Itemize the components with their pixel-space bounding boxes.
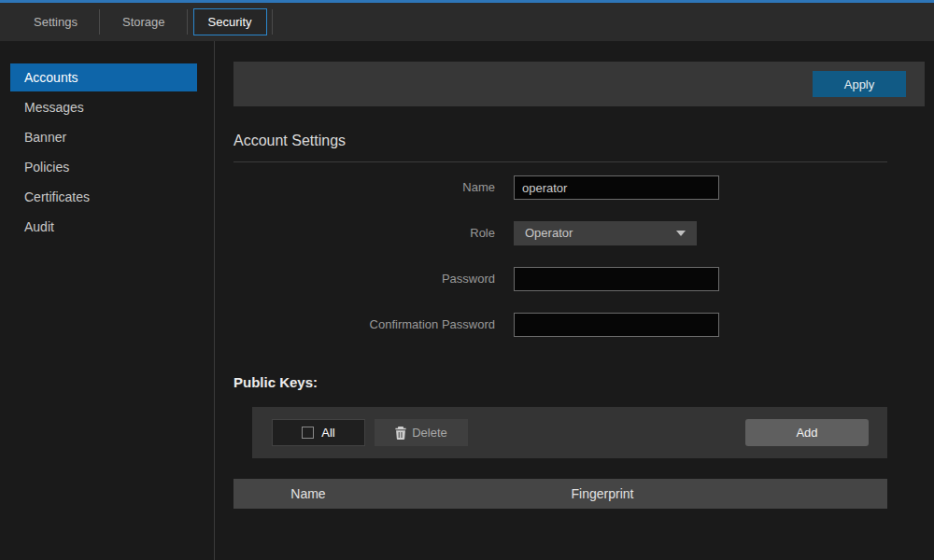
sidebar-item-certificates[interactable]: Certificates (10, 183, 197, 211)
main-content: Apply Account Settings Name Role Operato… (215, 41, 934, 560)
select-all-button[interactable]: All (272, 419, 365, 446)
public-keys-table-header: Name Fingerprint (234, 479, 887, 509)
confirmation-password-row: Confirmation Password (234, 313, 887, 337)
public-keys-toolbar: All Delete Add (252, 407, 887, 458)
tab-settings[interactable]: Settings (11, 3, 100, 41)
role-row: Role Operator (234, 221, 887, 245)
role-selected-value: Operator (525, 226, 573, 240)
column-header-fingerprint: Fingerprint (383, 479, 822, 509)
password-row: Password (234, 267, 887, 291)
add-button[interactable]: Add (745, 419, 869, 446)
sidebar: Accounts Messages Banner Policies Certif… (0, 41, 215, 560)
delete-button[interactable]: Delete (375, 419, 468, 446)
tab-settings-label: Settings (34, 15, 78, 29)
sidebar-item-banner[interactable]: Banner (10, 123, 197, 151)
tab-security-label: Security (193, 8, 267, 35)
tab-security[interactable]: Security (188, 3, 273, 41)
role-label: Role (234, 221, 495, 245)
delete-label: Delete (412, 426, 447, 440)
name-row: Name (234, 175, 887, 200)
confirmation-password-label: Confirmation Password (234, 313, 495, 337)
apply-toolbar: Apply (234, 62, 925, 106)
trash-icon (395, 427, 406, 440)
name-label: Name (234, 175, 495, 200)
public-keys-title: Public Keys: (234, 374, 318, 390)
tab-storage-label: Storage (122, 15, 165, 29)
sidebar-item-audit[interactable]: Audit (10, 213, 197, 241)
sidebar-item-messages[interactable]: Messages (10, 93, 197, 121)
name-input[interactable] (514, 175, 719, 200)
apply-button[interactable]: Apply (813, 71, 906, 97)
column-header-spacer (822, 479, 887, 509)
select-all-checkbox[interactable] (302, 427, 314, 439)
tab-storage[interactable]: Storage (100, 3, 188, 41)
section-divider (234, 161, 887, 162)
confirmation-password-input[interactable] (514, 313, 719, 337)
chevron-down-icon (676, 231, 686, 236)
sidebar-item-accounts[interactable]: Accounts (10, 63, 197, 91)
column-header-name: Name (234, 479, 383, 509)
password-input[interactable] (514, 267, 719, 291)
account-settings-title: Account Settings (234, 133, 346, 149)
select-all-label: All (321, 426, 334, 440)
role-select[interactable]: Operator (514, 221, 697, 245)
tab-bar: Settings Storage Security (0, 0, 934, 41)
sidebar-item-policies[interactable]: Policies (10, 153, 197, 181)
password-label: Password (234, 267, 495, 291)
